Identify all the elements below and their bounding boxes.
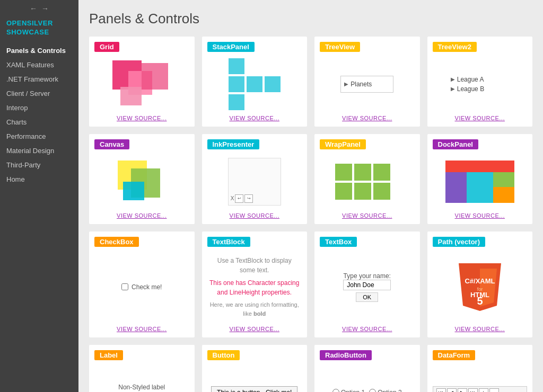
radio-input2[interactable]: [369, 389, 376, 392]
ink-redo-btn[interactable]: ↪: [244, 194, 253, 203]
unstyled-label: Non-Styled label: [118, 384, 165, 391]
sidebar-item-xaml[interactable]: XAML Features: [0, 58, 78, 72]
tree-arrow: ▶: [344, 81, 348, 87]
dataform-toolbar: ⏮ ◀ ▶ ⏭ + −: [433, 386, 528, 393]
radio-demo: Option 1 Option 2: [332, 389, 402, 393]
dockpanel-view-source[interactable]: VIEW SOURCE...: [455, 212, 505, 219]
checkbox-input[interactable]: [121, 283, 128, 290]
html5-badge: C#/XAML for HTML 5: [459, 263, 501, 311]
inkpresenter-title: InkPresenter: [207, 139, 260, 149]
grid-view-source[interactable]: VIEW SOURCE...: [117, 115, 167, 121]
textbox-title: TextBox: [320, 237, 357, 247]
sidebar-item-performance[interactable]: Performance: [0, 129, 78, 144]
df-first-btn[interactable]: ⏮: [436, 388, 446, 393]
stackpanel-view-source[interactable]: VIEW SOURCE...: [230, 115, 279, 121]
card-button: Button This is a button - Click me! VIEW…: [202, 345, 308, 392]
sidebar-item-thirdparty[interactable]: Third-Party: [0, 158, 78, 172]
card-treeview2: TreeView2 ▶ League A ▶ League B VIEW SOU…: [427, 37, 533, 127]
card-radiobutton: RadioButton Option 1 Option 2 VIEW SOURC…: [314, 345, 420, 392]
tv2-arrow1: ▶: [451, 76, 455, 82]
ink-undo-btn[interactable]: ↩: [235, 194, 243, 203]
radio-label1: Option 1: [341, 389, 365, 393]
stackpanel-title: StackPanel: [207, 42, 255, 52]
card-label: Label Non-Styled label Styled label VIEW…: [89, 345, 195, 392]
radio-input1[interactable]: [332, 389, 339, 392]
wrappanel-title: WrapPanel: [320, 139, 366, 149]
df-add-btn[interactable]: +: [479, 388, 488, 393]
demo-button[interactable]: This is a button - Click me!: [211, 386, 297, 393]
cards-grid: Grid VIEW SOURCE... StackPanel: [89, 37, 532, 392]
sidebar-item-material[interactable]: Material Design: [0, 144, 78, 158]
radio-option2: Option 2: [369, 389, 401, 393]
textblock-line2: This one has Character spacing and LineH…: [209, 278, 300, 297]
svg-text:5: 5: [477, 295, 483, 307]
radiobutton-title: RadioButton: [320, 350, 372, 360]
sidebar-item-interop[interactable]: Interop: [0, 101, 78, 115]
checkbox-label: Check me!: [132, 283, 162, 291]
textbox-content: Type your name: OK: [320, 251, 415, 323]
brand-logo: OPENSILVER SHOWCASE: [0, 17, 78, 43]
tv2-arrow2: ▶: [451, 86, 455, 92]
forward-arrow[interactable]: →: [41, 4, 49, 13]
inkpresenter-view-source[interactable]: VIEW SOURCE...: [230, 212, 279, 219]
textblock-view-source[interactable]: VIEW SOURCE...: [230, 326, 279, 332]
wrappanel-content: [320, 154, 415, 209]
textblock-line1: Use a TextBlock to display some text.: [209, 256, 300, 275]
df-prev-btn[interactable]: ◀: [447, 388, 457, 393]
treeview2-title: TreeView2: [433, 42, 477, 52]
ink-toolbar: X ↩ ↪: [231, 194, 253, 203]
sidebar-item-client[interactable]: Client / Server: [0, 86, 78, 101]
page-title: Panels & Controls: [89, 11, 532, 27]
path-title: Path (vector): [433, 237, 485, 247]
treeview-view-source[interactable]: VIEW SOURCE...: [342, 115, 392, 121]
dockpanel-title: DockPanel: [433, 139, 478, 149]
button-title: Button: [207, 350, 240, 360]
df-delete-btn[interactable]: −: [489, 388, 499, 393]
textblock-bold: bold: [253, 310, 266, 317]
card-canvas: Canvas VIEW SOURCE...: [89, 134, 195, 224]
treeview-demo: ▶ Planets: [340, 76, 393, 93]
dataform-content: ⏮ ◀ ▶ ⏭ + −: [433, 364, 528, 392]
label-content: Non-Styled label Styled label: [94, 364, 189, 392]
label-title: Label: [94, 350, 123, 360]
sidebar-item-home[interactable]: Home: [0, 172, 78, 186]
wrappanel-demo: [335, 164, 399, 200]
textbox-input[interactable]: [343, 280, 391, 290]
dataform-demo: ⏮ ◀ ▶ ⏭ + −: [433, 386, 528, 393]
dataform-title: DataForm: [433, 350, 476, 360]
card-textbox: TextBox Type your name: OK VIEW SOURCE..…: [314, 231, 420, 337]
sidebar-item-net[interactable]: .NET Framework: [0, 72, 78, 86]
path-view-source[interactable]: VIEW SOURCE...: [455, 326, 505, 332]
wrappanel-view-source[interactable]: VIEW SOURCE...: [342, 212, 392, 219]
radio-label2: Option 2: [378, 389, 401, 393]
grid-content: [94, 56, 189, 112]
textbox-ok-btn[interactable]: OK: [356, 292, 378, 302]
treeview2-demo: ▶ League A ▶ League B: [451, 75, 509, 94]
card-stackpanel: StackPanel VIEW SOURCE...: [202, 37, 308, 127]
nav-arrows[interactable]: ← →: [0, 0, 78, 17]
sidebar-item-charts[interactable]: Charts: [0, 115, 78, 129]
card-dockpanel: DockPanel VIEW SOURCE...: [427, 134, 533, 224]
label-demo: Non-Styled label Styled label: [118, 384, 165, 393]
df-next-btn[interactable]: ▶: [458, 388, 467, 393]
radio-option1: Option 1: [332, 389, 365, 393]
card-inkpresenter: InkPresenter X ↩ ↪ VIEW SOURCE...: [202, 134, 308, 224]
textblock-title: TextBlock: [207, 237, 250, 247]
card-treeview: TreeView ▶ Planets VIEW SOURCE...: [314, 37, 420, 127]
ink-x-label: X: [231, 195, 234, 201]
treeview2-view-source[interactable]: VIEW SOURCE...: [455, 115, 505, 121]
df-last-btn[interactable]: ⏭: [468, 388, 478, 393]
back-arrow[interactable]: ←: [30, 4, 37, 13]
sidebar-item-panels[interactable]: Panels & Controls: [0, 43, 78, 58]
dockpanel-content: [433, 154, 528, 209]
stackpanel-demo: [229, 58, 281, 110]
textblock-content: Use a TextBlock to display some text. Th…: [207, 251, 302, 323]
checkbox-title: CheckBox: [94, 237, 139, 247]
card-textblock: TextBlock Use a TextBlock to display som…: [202, 231, 308, 337]
canvas-view-source[interactable]: VIEW SOURCE...: [117, 212, 167, 219]
inkpresenter-demo[interactable]: X ↩ ↪: [228, 158, 281, 206]
treeview2-content: ▶ League A ▶ League B: [433, 56, 528, 112]
textbox-view-source[interactable]: VIEW SOURCE...: [342, 326, 392, 332]
checkbox-view-source[interactable]: VIEW SOURCE...: [117, 326, 167, 332]
tree-item-label: Planets: [351, 81, 372, 88]
